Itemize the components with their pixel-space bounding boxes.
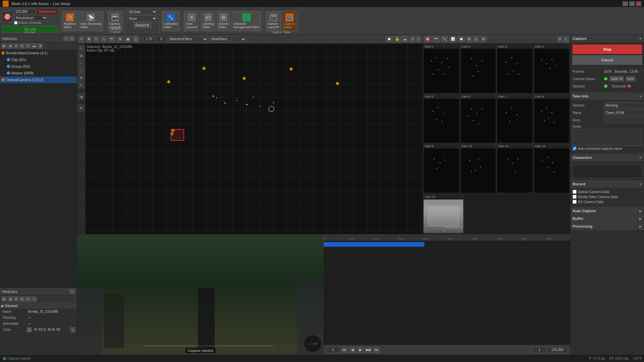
- play-end-button[interactable]: ⏭: [373, 347, 380, 353]
- vp-lt-4[interactable]: ↕: [78, 67, 85, 74]
- selection-item-marker[interactable]: Marker (0/58): [0, 70, 77, 76]
- speed-input[interactable]: [14, 9, 36, 14]
- vp-lt-8[interactable]: ▼: [78, 105, 85, 111]
- vp-tool-7[interactable]: ◫: [132, 36, 139, 43]
- vp-lt-6[interactable]: ↻: [78, 82, 85, 88]
- vp-right-l[interactable]: L: [416, 36, 421, 43]
- cam-v[interactable]: V: [557, 36, 563, 43]
- capture-editor-button[interactable]: 📹 CaptureEditor: [282, 11, 297, 31]
- processing-header[interactable]: Processing ▶: [571, 223, 644, 230]
- camera-status-sync[interactable]: Sync: [626, 76, 635, 81]
- alldata-select[interactable]: All Data: [127, 9, 157, 15]
- vp-right-1[interactable]: 🔲: [385, 36, 393, 43]
- solvers-editor-button[interactable]: ⚙ SolversEditor: [217, 11, 230, 31]
- play-back-button[interactable]: ◀: [349, 347, 356, 353]
- labeling-editor-button[interactable]: 🏷 LabelingEditor: [201, 11, 215, 31]
- minimize-button[interactable]: –: [623, 1, 628, 6]
- cam-tool-7[interactable]: ◎: [473, 36, 479, 43]
- none-select[interactable]: None: [127, 15, 157, 21]
- vp-tool-arrow[interactable]: ↖: [78, 36, 85, 43]
- camera-status-button[interactable]: Apply All: [609, 76, 624, 81]
- cancel-button[interactable]: Cancel: [573, 55, 642, 65]
- cam-tool-8[interactable]: ⚙: [480, 36, 487, 43]
- auto-increment-checkbox[interactable]: Auto-increment capture name: [573, 146, 642, 150]
- fov2-input[interactable]: [156, 36, 166, 42]
- vp-lt-2[interactable]: ⊞: [78, 52, 85, 59]
- sel-tool-3[interactable]: ☰: [13, 43, 19, 49]
- capture-layout-button[interactable]: 🎬 CaptureLayout▼: [266, 11, 281, 31]
- vp-tool-scale[interactable]: ⤡: [101, 36, 107, 43]
- optical-check[interactable]: [573, 190, 577, 194]
- fov1-input[interactable]: [143, 36, 155, 42]
- attr-tool-1[interactable]: ▶: [1, 296, 7, 302]
- selection-item-optical-camera[interactable]: OpticalCamera (12/12): [0, 76, 77, 83]
- vp-lt-5[interactable]: ✥: [78, 74, 85, 81]
- play-start-button[interactable]: ⏮: [341, 347, 348, 353]
- selection-item-group[interactable]: Group (0/2): [0, 63, 77, 70]
- attr-tool-5[interactable]: ⊟: [25, 296, 31, 302]
- session-input[interactable]: [604, 102, 644, 108]
- dv-check[interactable]: [573, 200, 577, 204]
- vp-lt-3[interactable]: ↔: [78, 60, 85, 66]
- cam-tool-4[interactable]: 📊: [449, 36, 457, 43]
- sel-tool-7[interactable]: ■: [38, 43, 43, 49]
- attr-tool-3[interactable]: ☰: [13, 296, 19, 302]
- color-menu-button[interactable]: ≡: [70, 327, 75, 333]
- vp-lt-7[interactable]: ◀: [78, 93, 85, 100]
- auto-capture-header[interactable]: Auto Capture ▶: [571, 207, 644, 215]
- vp-tool-6[interactable]: ▣: [125, 36, 131, 43]
- notes-textarea[interactable]: [573, 129, 642, 146]
- selection-filters-select[interactable]: SelectionFilters: [168, 36, 208, 43]
- frame-fps-input[interactable]: [547, 347, 568, 353]
- stop-button[interactable]: Stop: [573, 45, 642, 54]
- vp-lt-1[interactable]: ↖: [78, 45, 85, 52]
- actor-layout-button[interactable]: 🧍 ActorLayout▼: [184, 11, 199, 31]
- cam-tool-6[interactable]: ⊞: [466, 36, 472, 43]
- take-info-header[interactable]: Take Info ▼: [571, 93, 644, 100]
- sel-tool-5[interactable]: ⊟: [25, 43, 31, 49]
- bonita-check[interactable]: [573, 195, 577, 199]
- sel-tool-1[interactable]: ▶: [1, 43, 7, 49]
- frame-current-input[interactable]: [533, 347, 546, 353]
- reconstruct-select[interactable]: Reconstruct: [14, 15, 48, 20]
- cam-tool-1[interactable]: 🎯: [424, 36, 431, 43]
- sel-tool-4[interactable]: ⊞: [19, 43, 25, 49]
- attr-tool-6[interactable]: ✎: [32, 296, 37, 302]
- vp-right-2[interactable]: 🔒: [393, 36, 401, 43]
- viewport-view[interactable]: ↖ ⊞ ↔ ↕ ✥ ↻ ◀ ▼: [77, 44, 423, 234]
- reboot-button[interactable]: Reboot▼: [133, 22, 151, 28]
- auto-increment-check[interactable]: [573, 146, 577, 150]
- cam-tool-2[interactable]: 📷: [432, 36, 440, 43]
- disconnect-button[interactable]: Disconnect: [37, 9, 58, 14]
- settings-panel-button[interactable]: ⊟: [69, 36, 75, 41]
- optical-checkbox[interactable]: Optical Camera Data: [573, 190, 642, 194]
- vp-tool-5[interactable]: ▼: [117, 36, 123, 43]
- sel-tool-6[interactable]: ▬: [32, 43, 37, 49]
- calibration-editor-button[interactable]: 🔧 CalibrationEditor: [162, 11, 179, 31]
- vp-right-3[interactable]: ☁: [401, 36, 408, 43]
- selection-item-bonita-video-camera[interactable]: BonitaVideoCamera (1/1): [0, 50, 77, 56]
- vp-tool-move[interactable]: ✥: [86, 36, 92, 43]
- attr-tool-4[interactable]: ⊞: [19, 296, 25, 302]
- vp-tool-camera[interactable]: 📷: [108, 36, 115, 43]
- name-input[interactable]: [604, 110, 644, 116]
- timeline-bar-main[interactable]: [324, 242, 424, 247]
- character-editor-button[interactable]: 👤 CharacterManagement Editor: [231, 11, 261, 31]
- enable-timecode-checkbox[interactable]: [14, 21, 17, 24]
- close-button[interactable]: ✕: [636, 1, 641, 6]
- cam-l[interactable]: L: [564, 36, 569, 43]
- characters-header[interactable]: Characters ▼: [571, 154, 644, 161]
- realtime-editor-button[interactable]: ⏱ RealtimeEditor: [62, 11, 77, 31]
- desc-input[interactable]: [604, 117, 644, 123]
- selection-item-clip[interactable]: Clip (0/1): [0, 56, 77, 63]
- view-filters-select[interactable]: ViewFilters: [209, 36, 246, 43]
- buffer-header[interactable]: Buffer ▶: [571, 215, 644, 222]
- dv-checkbox[interactable]: DV Camera Data: [573, 200, 642, 204]
- maximize-button[interactable]: □: [629, 1, 635, 6]
- cam-tool-5[interactable]: 🔲: [458, 36, 465, 43]
- sel-tool-2[interactable]: ◀: [7, 43, 13, 49]
- capture-header[interactable]: Capture ▼: [571, 35, 644, 42]
- frame-start-input[interactable]: [326, 347, 340, 353]
- close-panel-button[interactable]: ✕: [63, 36, 69, 41]
- cam-tool-3[interactable]: 🔧: [441, 36, 448, 43]
